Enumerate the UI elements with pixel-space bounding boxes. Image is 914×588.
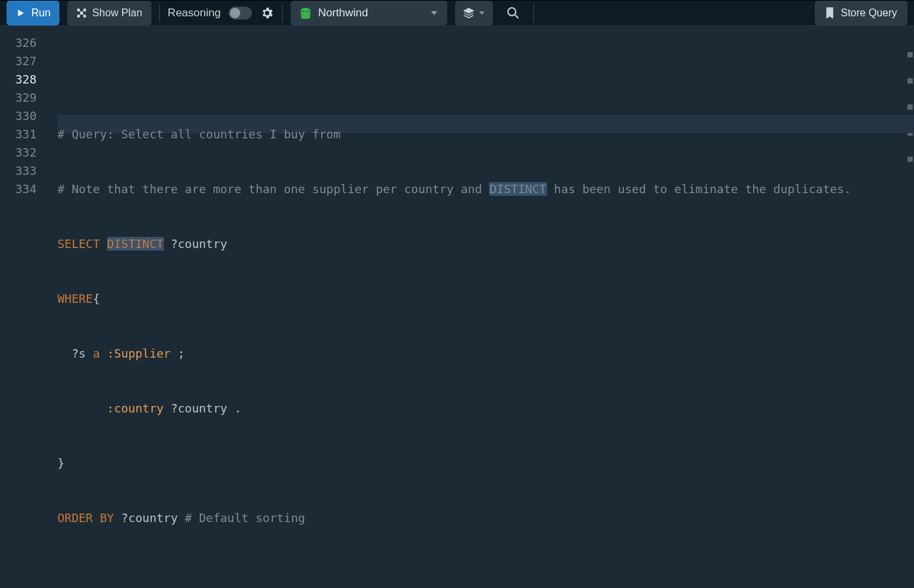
code-line: :country ?country . xyxy=(57,399,914,418)
reasoning-control: Reasoning xyxy=(168,7,252,20)
svg-line-9 xyxy=(82,13,85,16)
svg-point-12 xyxy=(302,15,310,18)
toolbar-divider xyxy=(159,4,160,22)
code-line: # Note that there are more than one supp… xyxy=(57,180,914,198)
gear-icon[interactable] xyxy=(260,6,274,20)
database-name: Northwind xyxy=(318,7,368,20)
svg-point-10 xyxy=(302,8,310,11)
code-line: # Query: Select all countries I buy from xyxy=(57,125,914,144)
svg-line-6 xyxy=(79,10,82,13)
line-number: 327 xyxy=(0,52,37,70)
minimap-markers xyxy=(907,52,913,162)
code-editor[interactable]: 326327328329330331332333334 # Query: Sel… xyxy=(0,26,914,588)
code-line: WHERE{ xyxy=(57,290,914,308)
line-number: 329 xyxy=(0,89,37,107)
chevron-down-icon xyxy=(479,10,485,16)
svg-marker-0 xyxy=(18,10,24,17)
line-number: 330 xyxy=(0,107,37,125)
reasoning-toggle[interactable] xyxy=(228,7,252,20)
editor-gutter: 326327328329330331332333334 xyxy=(0,26,46,588)
svg-marker-13 xyxy=(431,11,437,15)
run-button[interactable]: Run xyxy=(7,1,59,25)
svg-marker-15 xyxy=(479,12,484,15)
bookmark-icon xyxy=(825,7,834,19)
editor-code[interactable]: # Query: Select all countries I buy from… xyxy=(46,26,914,588)
store-query-label: Store Query xyxy=(841,7,897,19)
search-icon xyxy=(507,7,520,20)
code-line: } xyxy=(57,454,914,472)
svg-line-17 xyxy=(515,15,518,18)
line-number: 333 xyxy=(0,162,37,180)
database-icon xyxy=(300,7,311,19)
line-number: 334 xyxy=(0,180,37,198)
show-plan-label: Show Plan xyxy=(92,7,142,19)
toolbar-divider-3 xyxy=(533,4,534,22)
code-line xyxy=(57,564,914,582)
chevron-down-icon xyxy=(430,9,438,17)
code-line: SELECT DISTINCT ?country xyxy=(57,235,914,253)
play-icon xyxy=(16,8,26,18)
svg-line-7 xyxy=(82,10,85,13)
layers-icon xyxy=(463,7,475,19)
code-line: ?s a :Supplier ; xyxy=(57,345,914,363)
code-line: ORDER BY ?country # Default sorting xyxy=(57,509,914,527)
search-button[interactable] xyxy=(501,1,526,25)
svg-marker-14 xyxy=(464,8,473,13)
line-number: 326 xyxy=(0,34,37,52)
svg-point-16 xyxy=(508,8,516,16)
graph-icon xyxy=(76,8,87,18)
toolbar-divider-2 xyxy=(282,4,283,22)
line-number: 332 xyxy=(0,144,37,162)
run-label: Run xyxy=(31,7,50,19)
line-number: 331 xyxy=(0,125,37,144)
svg-line-8 xyxy=(79,13,82,16)
line-number: 328 xyxy=(0,70,37,89)
show-plan-button[interactable]: Show Plan xyxy=(67,1,151,25)
svg-point-11 xyxy=(302,11,310,14)
reasoning-label: Reasoning xyxy=(168,7,221,20)
database-selector[interactable]: Northwind xyxy=(291,1,447,25)
store-query-button[interactable]: Store Query xyxy=(815,1,907,25)
layers-button[interactable] xyxy=(455,1,493,25)
main-toolbar: Run Show Plan Reasoning Northwind xyxy=(0,1,914,26)
